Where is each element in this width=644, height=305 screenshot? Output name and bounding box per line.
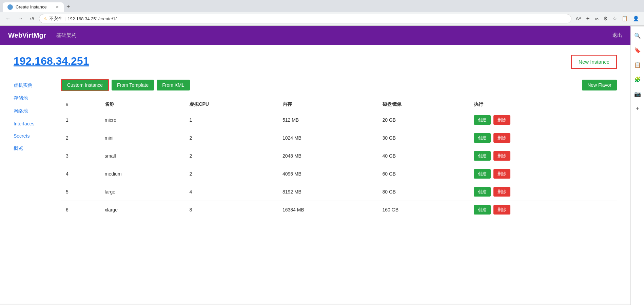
table-row: 1 micro 1 512 MB 20 GB 创建 删除 <box>61 111 617 129</box>
tab-title: Create Instance <box>16 4 47 9</box>
cell-name: mini <box>100 129 185 147</box>
cell-memory: 8192 MB <box>278 183 378 201</box>
col-header-disk: 磁盘镜像 <box>378 98 469 111</box>
cell-id: 6 <box>61 201 100 219</box>
navbar: WebVirtMgr 基础架构 退出 <box>0 26 630 45</box>
delete-flavor-button[interactable]: 删除 <box>493 115 510 125</box>
back-button[interactable]: ← <box>3 14 13 23</box>
cell-disk: 40 GB <box>378 147 469 165</box>
action-bar: Custom Instance From Template From XML N… <box>61 79 617 91</box>
browser-tab[interactable]: Create Instance ✕ <box>3 2 64 12</box>
create-flavor-button[interactable]: 创建 <box>474 115 491 125</box>
flavor-table: # 名称 虚拟CPU 内存 磁盘镜像 执行 1 micro 1 512 MB 2… <box>61 98 617 219</box>
delete-flavor-button[interactable]: 删除 <box>493 205 510 215</box>
cell-actions: 创建 删除 <box>469 147 617 165</box>
browser-right-sidebar: 🔍 🔖 📋 🧩 📷 + <box>630 27 644 304</box>
cell-id: 4 <box>61 165 100 183</box>
tab-favicon <box>7 4 13 10</box>
from-xml-button[interactable]: From XML <box>157 80 190 90</box>
create-flavor-button[interactable]: 创建 <box>474 187 491 197</box>
col-header-id: # <box>61 98 100 111</box>
tab-close-button[interactable]: ✕ <box>56 5 59 9</box>
page-header: 192.168.34.251 New Instance <box>14 55 617 69</box>
favorites-button[interactable]: ☆ <box>611 14 618 23</box>
reload-button[interactable]: ↺ <box>28 14 36 23</box>
create-flavor-button[interactable]: 创建 <box>474 205 491 215</box>
extensions-button[interactable]: ✦ <box>584 14 591 23</box>
sidebar-item-vm-instances[interactable]: 虚机实例 <box>14 79 54 92</box>
table-header-row: # 名称 虚拟CPU 内存 磁盘镜像 执行 <box>61 98 617 111</box>
collections-button[interactable]: 📋 <box>620 14 629 23</box>
cell-disk: 160 GB <box>378 201 469 219</box>
sidebar-screenshot-icon[interactable]: 📷 <box>631 88 644 100</box>
cell-actions: 创建 删除 <box>469 111 617 129</box>
col-header-memory: 内存 <box>278 98 378 111</box>
main-layout: 虚机实例 存储池 网络池 Interfaces Secrets 概览 Custo… <box>14 79 617 219</box>
cell-actions: 创建 删除 <box>469 183 617 201</box>
cell-disk: 20 GB <box>378 111 469 129</box>
sidebar-add-icon[interactable]: + <box>633 103 642 114</box>
table-row: 4 medium 2 4096 MB 60 GB 创建 删除 <box>61 165 617 183</box>
delete-flavor-button[interactable]: 删除 <box>493 151 510 161</box>
profile-button[interactable]: 👤 <box>631 14 641 23</box>
content-area: Custom Instance From Template From XML N… <box>61 79 617 219</box>
settings-button[interactable]: ⚙ <box>602 14 609 23</box>
cell-memory: 512 MB <box>278 111 378 129</box>
reader-mode-button[interactable]: Aᵃ <box>574 14 582 23</box>
custom-instance-button[interactable]: Custom Instance <box>61 79 109 91</box>
delete-flavor-button[interactable]: 删除 <box>493 133 510 143</box>
cell-vcpu: 2 <box>184 129 278 147</box>
cell-disk: 80 GB <box>378 183 469 201</box>
cell-vcpu: 4 <box>184 183 278 201</box>
address-text[interactable]: 192.168.34.251/create/1/ <box>67 16 567 21</box>
cell-id: 5 <box>61 183 100 201</box>
address-warning-label: 不安全 <box>49 16 62 22</box>
create-flavor-button[interactable]: 创建 <box>474 151 491 161</box>
cell-actions: 创建 删除 <box>469 201 617 219</box>
table-row: 6 xlarge 8 16384 MB 160 GB 创建 删除 <box>61 201 617 219</box>
from-template-button[interactable]: From Template <box>112 80 154 90</box>
col-header-vcpu: 虚拟CPU <box>184 98 278 111</box>
cell-name: medium <box>100 165 185 183</box>
sidebar-search-icon[interactable]: 🔍 <box>631 30 644 42</box>
header-actions: New Instance <box>571 55 617 69</box>
delete-flavor-button[interactable]: 删除 <box>493 169 510 179</box>
cell-name: micro <box>100 111 185 129</box>
create-flavor-button[interactable]: 创建 <box>474 169 491 179</box>
cell-id: 2 <box>61 129 100 147</box>
app-sidebar: 虚机实例 存储池 网络池 Interfaces Secrets 概览 <box>14 79 61 219</box>
create-flavor-button[interactable]: 创建 <box>474 133 491 143</box>
cell-name: xlarge <box>100 201 185 219</box>
sidebar-extensions-icon[interactable]: 🧩 <box>631 74 644 85</box>
new-instance-button[interactable]: New Instance <box>571 55 617 69</box>
brand-logo[interactable]: WebVirtMgr <box>8 32 46 39</box>
sidebar-collections-icon[interactable]: 📋 <box>631 59 644 71</box>
cell-name: small <box>100 147 185 165</box>
cell-vcpu: 2 <box>184 147 278 165</box>
sidebar-item-storage-pool[interactable]: 存储池 <box>14 92 54 105</box>
cell-vcpu: 1 <box>184 111 278 129</box>
cell-memory: 1024 MB <box>278 129 378 147</box>
cell-actions: 创建 删除 <box>469 165 617 183</box>
new-flavor-button[interactable]: New Flavor <box>582 80 617 90</box>
cell-vcpu: 8 <box>184 201 278 219</box>
sidebar-item-secrets[interactable]: Secrets <box>14 130 54 142</box>
forward-button[interactable]: → <box>16 14 25 23</box>
sidebar-item-interfaces[interactable]: Interfaces <box>14 118 54 130</box>
infinity-button[interactable]: ∞ <box>593 15 600 23</box>
sidebar-favorites-icon[interactable]: 🔖 <box>631 44 644 56</box>
table-row: 2 mini 2 1024 MB 30 GB 创建 删除 <box>61 129 617 147</box>
sidebar-item-network-pool[interactable]: 网络池 <box>14 105 54 118</box>
cell-disk: 60 GB <box>378 165 469 183</box>
sidebar-item-overview[interactable]: 概览 <box>14 142 54 155</box>
table-row: 3 small 2 2048 MB 40 GB 创建 删除 <box>61 147 617 165</box>
logout-button[interactable]: 退出 <box>612 32 622 38</box>
cell-id: 3 <box>61 147 100 165</box>
page-title[interactable]: 192.168.34.251 <box>14 55 89 67</box>
address-bar[interactable]: ⚠ 不安全 | 192.168.34.251/create/1/ <box>39 14 571 23</box>
cell-memory: 2048 MB <box>278 147 378 165</box>
new-tab-button[interactable]: + <box>64 2 73 12</box>
delete-flavor-button[interactable]: 删除 <box>493 187 510 197</box>
security-warning-icon: ⚠ <box>43 16 47 21</box>
nav-infrastructure-link[interactable]: 基础架构 <box>56 32 77 39</box>
